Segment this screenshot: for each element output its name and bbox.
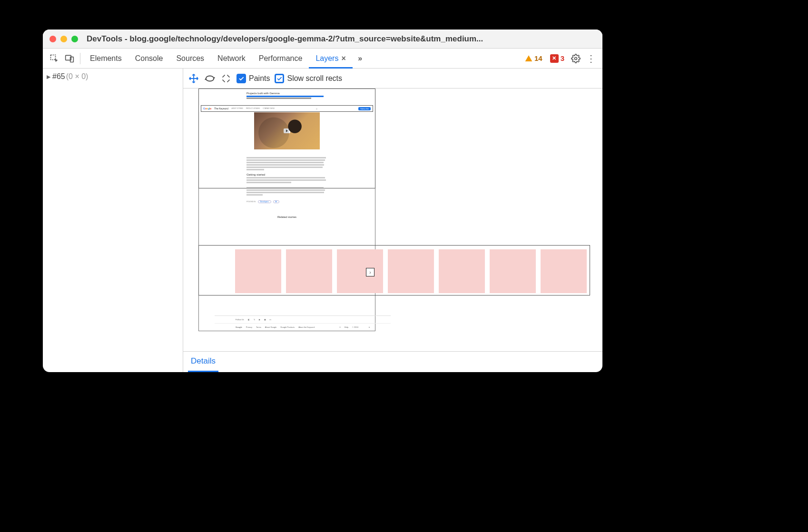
tab-elements[interactable]: Elements [83, 49, 128, 68]
settings-icon[interactable] [568, 51, 583, 66]
tab-layers[interactable]: Layers × [309, 49, 352, 68]
minimize-window-button[interactable] [60, 36, 67, 42]
window-controls [49, 36, 78, 42]
slow-scroll-rect[interactable] [337, 249, 383, 293]
node-id: #65 [52, 72, 65, 81]
close-icon[interactable]: × [341, 54, 345, 63]
kebab-menu-icon[interactable]: ⋮ [583, 51, 599, 66]
devtools-tabstrip: Elements Console Sources Network Perform… [43, 49, 602, 69]
slow-scroll-rect[interactable] [388, 249, 434, 293]
tab-network[interactable]: Network [211, 49, 252, 68]
social-icon: ◧ [248, 318, 250, 321]
tab-console[interactable]: Console [128, 49, 170, 68]
close-window-button[interactable] [49, 36, 56, 42]
social-icon: ▣ [264, 318, 266, 321]
tab-sources[interactable]: Sources [169, 49, 211, 68]
carousel-next-button[interactable]: › [366, 268, 374, 276]
zoom-window-button[interactable] [71, 36, 78, 42]
titlebar: DevTools - blog.google/technology/develo… [43, 30, 602, 49]
reset-view-icon[interactable] [220, 73, 232, 84]
details-tabstrip: Details [183, 351, 602, 372]
slow-scroll-rect[interactable] [490, 249, 536, 293]
panel-body: ▶ #65 (0 × 0) Paints [43, 69, 602, 372]
more-tabs-icon[interactable]: » [353, 51, 368, 66]
slow-scroll-rect[interactable] [286, 249, 332, 293]
pan-icon[interactable] [188, 73, 199, 84]
warnings-count[interactable]: 14 [525, 54, 542, 62]
node-dimensions: (0 × 0) [66, 72, 89, 81]
layers-right-pane: Paints Slow scroll rects Projects built … [183, 69, 602, 372]
layers-toolbar: Paints Slow scroll rects [183, 69, 602, 89]
tree-node[interactable]: ▶ #65 (0 × 0) [45, 71, 181, 82]
device-toolbar-icon[interactable] [62, 51, 77, 66]
social-icon: 𝕏 [254, 318, 255, 321]
tab-performance[interactable]: Performance [252, 49, 309, 68]
separator [80, 53, 80, 64]
slow-scroll-rect[interactable] [541, 249, 587, 293]
devtools-window: DevTools - blog.google/technology/develo… [43, 30, 602, 372]
paints-checkbox[interactable]: Paints [236, 74, 270, 83]
rotate-icon[interactable] [204, 73, 216, 84]
social-icon: ▶ [259, 318, 260, 321]
site-footer: Follow Us ◧ 𝕏 ▶ ▣ in Google PrivacyTerms… [215, 315, 391, 331]
errors-count[interactable]: ✕ 3 [550, 54, 564, 63]
slow-scroll-rects-checkbox[interactable]: Slow scroll rects [275, 74, 342, 83]
social-icon: in [270, 318, 271, 321]
inspect-element-icon[interactable] [47, 51, 62, 66]
svg-point-3 [575, 57, 577, 59]
chevron-right-icon[interactable]: ▶ [47, 74, 51, 80]
viewport-overlay [198, 89, 375, 188]
related-cards-group [235, 249, 587, 293]
layers-tree[interactable]: ▶ #65 (0 × 0) [43, 69, 183, 372]
google-logo: Google [236, 326, 242, 328]
slow-scroll-rect[interactable] [439, 249, 485, 293]
tab-details[interactable]: Details [188, 352, 218, 372]
chevron-right-icon: › [369, 270, 371, 275]
related-stories-heading: Related stories [246, 216, 327, 218]
slow-scroll-rect[interactable] [235, 249, 281, 293]
layers-3d-viewport[interactable]: Projects built with Gemma Google The Key… [183, 89, 602, 351]
window-title: DevTools - blog.google/technology/develo… [87, 34, 596, 44]
